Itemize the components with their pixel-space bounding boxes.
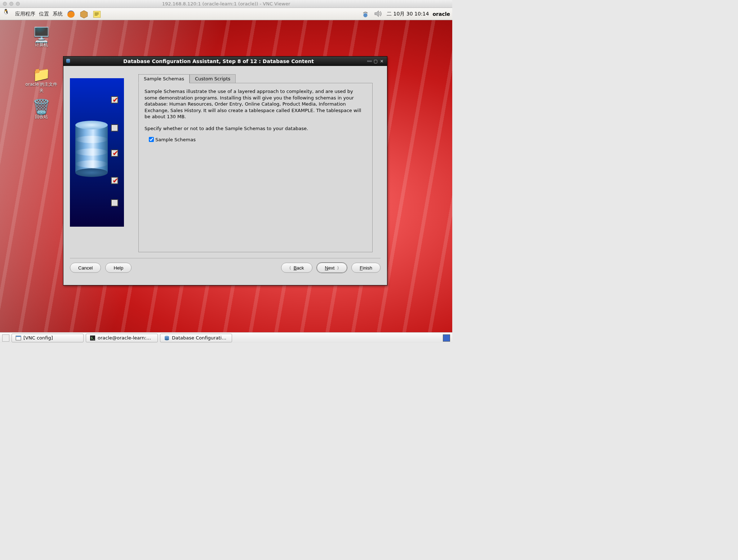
vnc-window-title: 192.168.8.120:1 (oracle-learn:1 (oracle)…	[162, 1, 290, 6]
svg-marker-4	[375, 10, 379, 17]
svg-point-7	[66, 61, 70, 63]
zoom-dot[interactable]	[16, 2, 20, 6]
chevron-right-icon: ⟩	[337, 266, 339, 270]
button-label: Finish	[360, 265, 372, 271]
wizard-check-icon: ✔	[111, 96, 118, 103]
window-icon	[15, 335, 21, 341]
button-label: Cancel	[78, 265, 93, 271]
panel-user[interactable]: oracle	[432, 11, 450, 17]
firefox-icon[interactable]	[66, 9, 76, 19]
window-traffic-lights	[3, 2, 20, 6]
task-label: [VNC config]	[23, 335, 53, 341]
gnome-top-panel: 应用程序 位置 系统 二 10月 30 10:14 oracle	[0, 8, 452, 20]
next-button[interactable]: Next⟩	[317, 263, 347, 273]
tab-sample-schemas[interactable]: Sample Schemas	[138, 74, 190, 83]
sample-schemas-checkbox-row[interactable]: Sample Schemas	[145, 137, 366, 142]
sample-schemas-checkbox[interactable]	[149, 137, 154, 142]
svg-rect-9	[16, 336, 21, 337]
tab-custom-scripts[interactable]: Custom Scripts	[190, 74, 236, 83]
dbca-dialog: Database Configuration Assistant, Step 8…	[63, 56, 387, 285]
button-label: Help	[114, 265, 123, 271]
computer-icon: 🖥️	[25, 27, 58, 42]
minimize-button[interactable]: ➖	[366, 59, 373, 64]
desktop-icon-computer[interactable]: 🖥️ 计算机	[25, 27, 58, 48]
checkbox-label: Sample Schemas	[155, 137, 196, 142]
desktop-icon-label: 计算机	[25, 42, 58, 48]
dialog-app-icon	[66, 58, 71, 65]
task-label: Database Configurati…	[172, 335, 226, 341]
desktop[interactable]: 🖥️ 计算机 📁 oracle 的主文件夹 🗑️ 回收站 Database Co…	[0, 20, 452, 332]
svg-point-3	[363, 13, 367, 17]
trash-icon: 🗑️	[25, 99, 58, 114]
network-icon[interactable]	[361, 9, 370, 19]
task-dbca[interactable]: Database Configurati…	[160, 334, 232, 342]
terminal-icon: $_	[90, 335, 95, 341]
tab-content: Sample Schemas illustrate the use of a l…	[138, 83, 373, 252]
help-button[interactable]: Help	[105, 263, 132, 273]
desktop-icon-home[interactable]: 📁 oracle 的主文件夹	[25, 67, 58, 94]
wizard-check-icon: ✔	[111, 150, 118, 157]
gnome-bottom-panel: [VNC config] $_ oracle@oracle-learn:… Da…	[0, 332, 452, 343]
tab-label: Sample Schemas	[144, 76, 184, 81]
minimize-dot[interactable]	[9, 2, 13, 6]
desktop-icon-trash[interactable]: 🗑️ 回收站	[25, 99, 58, 120]
wizard-side-image: ✔ ✔ ✔	[70, 78, 124, 227]
menu-places[interactable]: 位置	[39, 11, 49, 17]
button-label: Back	[294, 265, 304, 271]
wizard-check-icon	[111, 124, 118, 132]
schema-description: Sample Schemas illustrate the use of a l…	[145, 88, 366, 120]
back-button[interactable]: ⟨Back	[281, 263, 312, 273]
desktop-icon-label: 回收站	[25, 114, 58, 120]
dialog-titlebar[interactable]: Database Configuration Assistant, Step 8…	[63, 57, 387, 66]
workspace-switcher[interactable]	[443, 334, 450, 342]
menu-applications[interactable]: 应用程序	[15, 11, 35, 17]
panel-clock[interactable]: 二 10月 30 10:14	[387, 11, 429, 17]
volume-icon[interactable]	[374, 9, 383, 19]
package-icon[interactable]	[79, 9, 89, 19]
wizard-check-icon: ✔	[111, 177, 118, 184]
dialog-main-area: Sample Schemas Custom Scripts Sample Sch…	[138, 74, 373, 252]
show-desktop-icon[interactable]	[2, 334, 9, 342]
finish-button[interactable]: Finish	[351, 263, 381, 273]
maximize-button[interactable]: ▢	[373, 59, 379, 64]
wizard-check-icon	[111, 199, 118, 206]
database-icon	[164, 335, 170, 341]
tabs: Sample Schemas Custom Scripts	[138, 74, 373, 83]
dialog-title: Database Configuration Assistant, Step 8…	[71, 58, 366, 64]
notes-icon[interactable]	[92, 9, 102, 19]
task-label: oracle@oracle-learn:…	[98, 335, 151, 341]
desktop-icon-label: oracle 的主文件夹	[25, 81, 58, 94]
distro-icon[interactable]	[2, 9, 12, 19]
mac-titlebar: 192.168.8.120:1 (oracle-learn:1 (oracle)…	[0, 0, 452, 8]
chevron-left-icon: ⟨	[289, 266, 291, 270]
cancel-button[interactable]: Cancel	[70, 263, 101, 273]
task-vnc-config[interactable]: [VNC config]	[12, 334, 84, 342]
svg-text:$_: $_	[91, 336, 95, 340]
menu-system[interactable]: 系统	[53, 11, 63, 17]
close-button[interactable]: ✕	[379, 59, 385, 64]
close-dot[interactable]	[3, 2, 7, 6]
tab-label: Custom Scripts	[195, 76, 230, 81]
svg-point-14	[165, 338, 169, 340]
dialog-button-bar: Cancel Help ⟨Back Next⟩ Finish	[63, 258, 387, 278]
schema-prompt: Specify whether or not to add the Sample…	[145, 126, 366, 131]
svg-marker-1	[80, 10, 88, 18]
task-terminal[interactable]: $_ oracle@oracle-learn:…	[86, 334, 158, 342]
button-label: Next	[325, 265, 335, 271]
folder-home-icon: 📁	[25, 67, 58, 81]
